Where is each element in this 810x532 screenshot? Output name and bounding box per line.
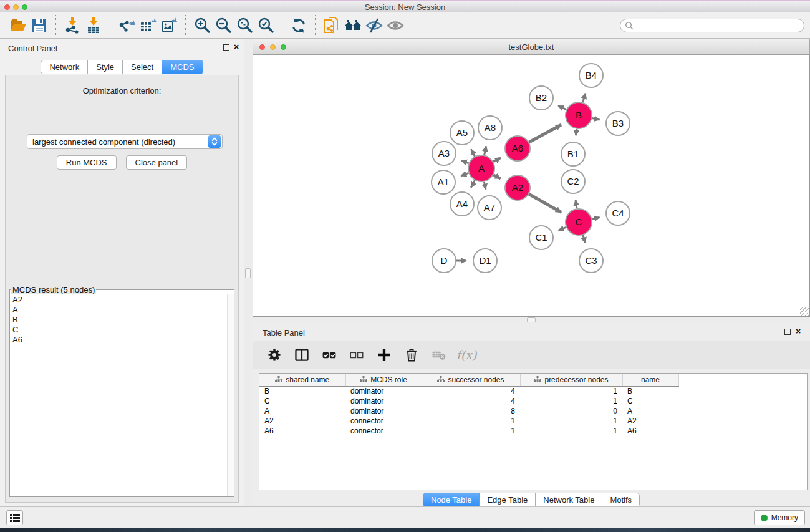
task-history-button[interactable] (6, 510, 23, 525)
tab-select[interactable]: Select (123, 60, 162, 74)
function-builder-icon[interactable]: f(x) (457, 346, 476, 364)
result-item[interactable]: A6 (12, 335, 231, 345)
graph-edge-C-C1[interactable] (559, 227, 566, 230)
tab-edge-table[interactable]: Edge Table (480, 493, 536, 507)
graph-node-C4[interactable]: C4 (606, 201, 630, 225)
resize-grip-icon[interactable] (800, 307, 809, 316)
refresh-icon[interactable] (288, 15, 309, 36)
graph-node-A3[interactable]: A3 (432, 142, 456, 165)
deselect-all-icon[interactable] (347, 346, 366, 364)
graph-node-B1[interactable]: B1 (561, 142, 585, 166)
show-visibility-icon[interactable] (385, 15, 406, 36)
table-cell[interactable]: connector (345, 416, 422, 426)
run-mcds-button[interactable]: Run MCDS (57, 155, 117, 170)
graph-edge-A-A6[interactable] (493, 158, 501, 162)
close-panel-icon[interactable]: × (796, 326, 801, 336)
graph-edge-A-A8[interactable] (485, 146, 486, 155)
export-network-icon[interactable] (116, 15, 137, 36)
table-settings-icon[interactable] (265, 346, 284, 364)
delete-table-icon[interactable] (430, 346, 448, 364)
tab-node-table[interactable]: Node Table (423, 493, 480, 507)
table-cell[interactable]: A6 (259, 426, 345, 436)
tab-network[interactable]: Network (41, 60, 88, 74)
zoom-selected-icon[interactable] (255, 15, 276, 36)
table-cell[interactable]: 1 (520, 386, 622, 396)
graph-node-C3[interactable]: C3 (579, 249, 603, 273)
zoom-out-icon[interactable] (213, 15, 234, 36)
table-cell[interactable]: A6 (622, 426, 678, 436)
graph-edge-B-B1[interactable] (576, 129, 577, 136)
table-cell[interactable]: 1 (520, 396, 622, 406)
vertical-split-divider[interactable] (244, 39, 253, 506)
column-header-predecessor-nodes[interactable]: predecessor nodes (520, 374, 622, 386)
home-icon[interactable] (342, 15, 364, 36)
table-cell[interactable]: A2 (259, 416, 345, 426)
table-cell[interactable]: 1 (422, 426, 520, 436)
graph-edge-A-A1[interactable] (461, 173, 468, 175)
table-cell[interactable]: B (259, 386, 345, 396)
open-session-icon[interactable] (7, 15, 29, 36)
tab-network-table[interactable]: Network Table (536, 493, 602, 507)
graph-edge-C-C3[interactable] (583, 235, 586, 243)
table-cell[interactable]: 0 (520, 406, 622, 416)
table-cell[interactable]: dominator (345, 406, 422, 416)
graph-edge-A-A2[interactable] (493, 175, 500, 178)
table-cell[interactable]: dominator (345, 396, 422, 406)
graph-edge-A2-C[interactable] (529, 194, 561, 212)
float-panel-icon[interactable] (223, 44, 229, 51)
graph-node-B2[interactable]: B2 (529, 86, 553, 110)
graph-edge-B-B3[interactable] (592, 118, 600, 119)
optimization-criterion-select[interactable]: largest connected component (directed) (27, 134, 223, 149)
float-panel-icon[interactable] (784, 329, 791, 335)
search-input[interactable] (637, 21, 804, 30)
graph-node-A1[interactable]: A1 (432, 170, 455, 194)
network-file-icon[interactable] (321, 15, 342, 36)
graph-node-A2[interactable]: A2 (505, 175, 530, 200)
column-header-successor-nodes[interactable]: successor nodes (422, 374, 520, 386)
tab-style[interactable]: Style (88, 60, 123, 74)
import-table-icon[interactable] (83, 15, 104, 36)
graph-node-A4[interactable]: A4 (450, 192, 474, 216)
graph-node-A6[interactable]: A6 (505, 136, 530, 161)
result-item[interactable]: A2 (12, 295, 231, 305)
table-cell[interactable]: connector (345, 426, 422, 436)
import-network-icon[interactable] (62, 15, 83, 36)
close-panel-button[interactable]: Close panel (126, 155, 188, 170)
column-header-MCDS-role[interactable]: MCDS role (345, 374, 422, 386)
network-canvas[interactable]: AA1A2A3A4A5A6A7A8BB1B2B3B4CC1C2C3C4DD1 (253, 55, 810, 317)
table-cell[interactable]: 4 (422, 386, 520, 396)
graph-node-A[interactable]: A (468, 155, 494, 181)
graph-node-B3[interactable]: B3 (606, 112, 630, 135)
graph-node-A8[interactable]: A8 (478, 116, 502, 140)
table-row[interactable]: Bdominator41B (259, 386, 678, 396)
table-cell[interactable]: 8 (422, 406, 520, 416)
split-grip[interactable] (527, 317, 536, 322)
table-row[interactable]: Cdominator41C (259, 396, 678, 406)
table-cell[interactable]: A2 (622, 416, 678, 426)
table-cell[interactable]: dominator (345, 386, 422, 396)
table-cell[interactable]: 4 (422, 396, 520, 406)
split-grip[interactable] (245, 268, 251, 278)
graph-node-A5[interactable]: A5 (450, 121, 474, 145)
graph-node-C[interactable]: C (566, 209, 592, 235)
graph-node-B4[interactable]: B4 (579, 64, 603, 87)
table-cell[interactable]: C (259, 396, 345, 406)
table-cell[interactable]: 1 (520, 416, 622, 426)
graph-edge-A-A3[interactable] (461, 160, 469, 163)
table-row[interactable]: Adominator80A (259, 406, 678, 416)
tab-motifs[interactable]: Motifs (602, 493, 640, 507)
column-header-shared-name[interactable]: shared name (259, 374, 345, 386)
close-panel-icon[interactable]: × (234, 42, 239, 52)
table-row[interactable]: A6connector11A6 (259, 426, 678, 436)
graph-node-C2[interactable]: C2 (561, 170, 585, 193)
graph-edge-A-A7[interactable] (484, 182, 485, 190)
result-item[interactable]: C (12, 325, 231, 335)
horizontal-split-divider[interactable] (253, 317, 810, 323)
node-table[interactable]: shared nameMCDS rolesuccessor nodesprede… (259, 373, 808, 490)
save-session-icon[interactable] (29, 15, 50, 36)
network-graph[interactable]: AA1A2A3A4A5A6A7A8BB1B2B3B4CC1C2C3C4DD1 (253, 55, 809, 317)
select-all-icon[interactable] (320, 346, 339, 364)
result-item[interactable]: B (12, 315, 231, 325)
graph-edge-A6-B[interactable] (529, 125, 561, 142)
column-header-name[interactable]: name (622, 374, 678, 386)
